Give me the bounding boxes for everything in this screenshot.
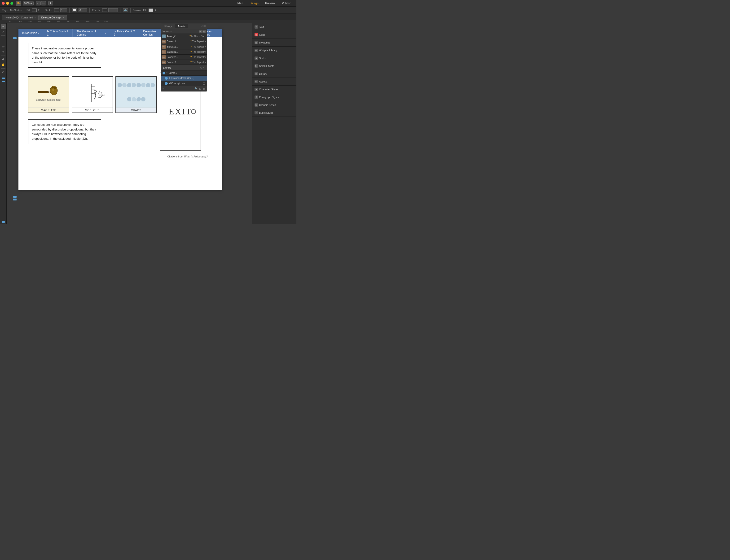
layer-label-1: T [Citations from Wha...] xyxy=(169,77,202,79)
stroke-swatch[interactable] xyxy=(54,9,59,12)
rp-item-assets[interactable]: ⊟ Assets xyxy=(254,79,294,84)
chaos-blob-9 xyxy=(127,97,131,101)
asset-row-3[interactable]: img Bayeux1... ? The Tapestry xyxy=(161,49,207,55)
rp-item-color[interactable]: ◉ Color xyxy=(254,32,294,37)
chaos-blob-7 xyxy=(146,83,150,87)
rp-item-scroll[interactable]: fx Scroll Effects xyxy=(254,64,294,68)
layer-row-2[interactable]: M Concept.oam xyxy=(161,81,207,86)
layer-label-2: M Concept.oam xyxy=(169,82,202,85)
asset-row-0[interactable]: gif Am–I.gif ? Is This a Co... xyxy=(161,34,207,39)
rp-item-swatches[interactable]: ▦ Swatches xyxy=(254,40,294,45)
toolbar: Page: No States Fill: ▾ Stroke: ⬜ Effect… xyxy=(0,7,296,14)
assets-tab[interactable]: Assets xyxy=(175,24,188,28)
sort-btn[interactable]: ⊞ xyxy=(199,30,202,33)
layer-visibility-1[interactable] xyxy=(165,77,168,80)
asset-row-5[interactable]: img Bayeux3... ? The Tapestry xyxy=(161,60,207,65)
layers-add-icon[interactable]: ⊞ xyxy=(199,87,201,90)
nav-design[interactable]: Design xyxy=(246,1,262,6)
chaos-blob-8 xyxy=(151,83,155,87)
name-column-header: Name ▲ xyxy=(161,30,199,33)
assets-panel-expand[interactable]: ◁ xyxy=(201,25,203,28)
minimize-button[interactable] xyxy=(6,2,9,5)
asset-warning-0: ? xyxy=(189,35,191,38)
scroll-icon: fx xyxy=(254,64,258,68)
filter-btn[interactable]: ▤ xyxy=(202,30,206,33)
rp-item-char-styles[interactable]: A Character Styles xyxy=(254,87,294,92)
stroke-value[interactable] xyxy=(60,8,67,12)
layer-row-1[interactable]: T [Citations from Wha...] xyxy=(161,76,207,81)
tab-helmsDHQ[interactable]: *HelmsDHQ - Converted ✕ xyxy=(2,15,39,20)
layer-lock-0[interactable] xyxy=(203,72,205,74)
rp-scroll: fx Scroll Effects xyxy=(252,62,296,70)
asset-row-4[interactable]: img Bayeux2... ? The Tapestry xyxy=(161,55,207,60)
mccloud-illustration: LANGUAGE xyxy=(72,77,113,108)
opacity-value[interactable]: 100% xyxy=(108,8,118,12)
rp-color: ◉ Color xyxy=(252,31,296,39)
zoom-control[interactable]: 100% ▾ xyxy=(23,1,34,5)
library-tab[interactable]: Library xyxy=(161,24,175,28)
rp-item-para-styles[interactable]: ¶ Paragraph Styles xyxy=(254,95,294,100)
layers-help-icon[interactable]: ? xyxy=(162,87,164,90)
layers-search-icon[interactable]: 🔍 xyxy=(194,87,198,90)
layers-icons: ◁ ✕ xyxy=(200,66,205,69)
asset-row-1[interactable]: img Bayeux1... ? The Tapestry xyxy=(161,39,207,44)
layer-lock-2[interactable] xyxy=(203,82,205,85)
layer-visibility-2[interactable] xyxy=(165,82,168,85)
zoom-tool[interactable]: ⊕ xyxy=(1,57,6,62)
tab-deleuzeConcept[interactable]: Deleuze Concept ✕ xyxy=(39,15,67,20)
asset-row-2[interactable]: img Bayeux1... ? The Tapestry xyxy=(161,44,207,49)
asset-name-3: Bayeux1... xyxy=(166,51,190,53)
effects-swatch[interactable] xyxy=(102,9,107,12)
color-icon: ◉ xyxy=(254,33,258,36)
rp-item-library[interactable]: ☰ Library xyxy=(254,71,294,76)
close-tab-deleuzeConcept[interactable]: ✕ xyxy=(62,16,64,19)
rp-item-bullet-styles[interactable]: • Bullet Styles xyxy=(254,110,294,115)
nav-publish[interactable]: Publish xyxy=(279,1,294,6)
rectangle-tool[interactable]: ▭ xyxy=(1,44,6,49)
text-tool[interactable]: T xyxy=(1,37,6,42)
nav-plan[interactable]: Plan xyxy=(234,1,246,6)
pen-tool[interactable]: ✒ xyxy=(1,50,6,54)
direct-select-tool[interactable]: ↗ xyxy=(1,30,6,34)
magritte-label: MAGRITTE xyxy=(28,108,69,113)
chaos-blob-5 xyxy=(136,83,141,87)
layer-expand-0[interactable]: ▾ xyxy=(166,72,167,74)
text-icon: T xyxy=(254,25,258,29)
nav-geology[interactable]: The Geology of Comics ▾ xyxy=(73,29,110,37)
nav-back[interactable]: ◁ xyxy=(36,1,41,5)
layers-expand-icon[interactable]: ◁ xyxy=(200,66,202,69)
layer-visibility-0[interactable] xyxy=(162,72,165,74)
nav-preview[interactable]: Preview xyxy=(262,1,279,6)
layer-lock-1[interactable] xyxy=(203,77,205,79)
browser-fill-swatch[interactable] xyxy=(148,9,153,12)
share-btn[interactable]: ⬆ xyxy=(48,1,53,5)
anchor-button[interactable]: ⚓ xyxy=(123,8,128,12)
nav-is-comic-2[interactable]: Is This a Comic? 2 xyxy=(110,29,140,37)
assets-panel-close[interactable]: ✕ xyxy=(204,25,206,28)
rp-item-widgets[interactable]: ⊞ Widgets Library xyxy=(254,48,294,53)
left-edge-indicators-bottom xyxy=(13,196,17,200)
rp-item-graphic-styles[interactable]: ⬡ Graphic Styles xyxy=(254,103,294,107)
chaos-container: CHAOS xyxy=(115,76,157,113)
close-tab-helmsDHQ[interactable]: ✕ xyxy=(34,16,36,19)
chaos-image-box: CHAOS xyxy=(115,76,157,113)
layers-close-icon[interactable]: ✕ xyxy=(203,66,205,69)
rp-item-text[interactable]: T Text xyxy=(254,25,294,29)
maximize-button[interactable] xyxy=(10,2,13,5)
layers-delete-icon[interactable]: 🗑 xyxy=(203,87,205,90)
nav-forward[interactable]: ▷ xyxy=(41,1,46,5)
rp-label-para-styles: Paragraph Styles xyxy=(259,96,279,99)
frame-button[interactable]: ⬜ xyxy=(72,8,77,12)
swatches-icon: ▦ xyxy=(254,41,258,44)
rp-item-states[interactable]: ◈ States xyxy=(254,56,294,61)
fill-swatch[interactable] xyxy=(32,9,37,12)
close-button[interactable] xyxy=(2,2,5,5)
hand-tool[interactable]: ✋ xyxy=(1,62,6,67)
slice-tool[interactable]: ⊘ xyxy=(1,70,6,74)
x-value[interactable] xyxy=(78,8,87,12)
nav-is-comic-1[interactable]: Is This a Comic? 1 xyxy=(43,29,73,37)
nav-introduction[interactable]: Introduction ▾ xyxy=(18,29,43,37)
layer-row-0[interactable]: ▾ Layer 1 xyxy=(161,70,207,76)
select-tool[interactable]: ↖ xyxy=(1,24,6,29)
pipe-svg xyxy=(35,83,63,98)
